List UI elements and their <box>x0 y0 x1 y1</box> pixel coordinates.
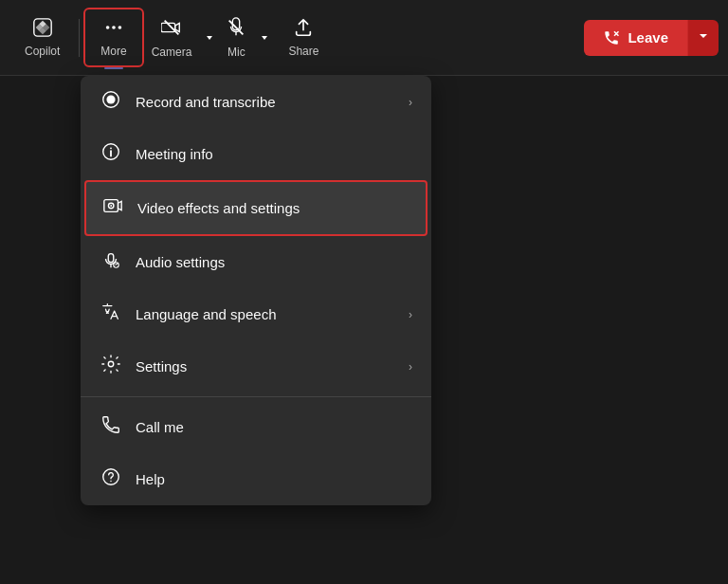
copilot-icon <box>32 17 53 41</box>
menu-item-audio-settings[interactable]: Audio settings <box>81 236 431 288</box>
share-icon <box>293 17 314 41</box>
meeting-info-label: Meeting info <box>136 146 412 162</box>
mic-button[interactable]: Mic <box>218 9 254 66</box>
svg-point-10 <box>106 95 115 103</box>
mic-icon <box>226 17 246 42</box>
leave-phone-icon <box>603 29 620 46</box>
camera-group: Camera <box>144 9 219 66</box>
copilot-label: Copilot <box>25 45 60 58</box>
camera-button[interactable]: Camera <box>144 9 200 66</box>
language-icon <box>100 301 122 327</box>
toolbar-divider-1 <box>79 19 80 57</box>
language-chevron-icon: › <box>409 308 412 321</box>
leave-label: Leave <box>628 29 668 46</box>
copilot-button[interactable]: Copilot <box>9 9 75 65</box>
svg-point-19 <box>108 361 114 367</box>
leave-dropdown-button[interactable] <box>687 20 719 56</box>
menu-item-call-me[interactable]: Call me <box>81 401 431 453</box>
mic-dropdown-button[interactable] <box>256 26 273 50</box>
info-icon <box>100 141 122 167</box>
record-chevron-icon: › <box>409 96 412 109</box>
menu-item-help[interactable]: Help <box>81 453 431 505</box>
settings-icon <box>100 354 122 379</box>
svg-point-13 <box>110 147 112 149</box>
mic-group: Mic <box>218 9 273 66</box>
record-label: Record and transcribe <box>136 94 395 110</box>
camera-dropdown-button[interactable] <box>201 26 218 50</box>
toolbar: Copilot More Camera <box>0 0 728 76</box>
more-label: More <box>100 45 126 58</box>
leave-button[interactable]: Leave <box>584 20 687 56</box>
more-button[interactable]: More <box>83 8 143 67</box>
more-icon <box>103 17 124 41</box>
language-speech-label: Language and speech <box>136 306 395 322</box>
leave-chevron-icon <box>698 30 709 42</box>
settings-label: Settings <box>136 358 395 374</box>
menu-item-language-speech[interactable]: Language and speech › <box>81 288 431 340</box>
audio-settings-label: Audio settings <box>136 254 412 270</box>
svg-point-1 <box>106 26 110 29</box>
mic-label: Mic <box>228 46 246 59</box>
svg-point-16 <box>110 205 112 207</box>
share-button[interactable]: Share <box>273 9 334 65</box>
svg-point-3 <box>118 26 122 29</box>
menu-item-record[interactable]: Record and transcribe › <box>81 76 431 128</box>
audio-settings-icon <box>100 249 122 275</box>
leave-button-group: Leave <box>584 20 719 56</box>
svg-point-2 <box>112 26 116 29</box>
menu-item-video-effects[interactable]: Video effects and settings <box>84 180 428 236</box>
video-effects-label: Video effects and settings <box>137 200 410 216</box>
help-label: Help <box>136 471 412 487</box>
camera-label: Camera <box>152 46 192 59</box>
menu-item-settings[interactable]: Settings › <box>81 340 431 392</box>
video-effects-icon <box>101 195 124 221</box>
call-me-label: Call me <box>136 419 412 435</box>
share-label: Share <box>288 45 318 58</box>
svg-point-21 <box>110 481 111 482</box>
help-icon <box>100 466 122 492</box>
menu-divider <box>81 396 431 397</box>
settings-chevron-icon: › <box>409 360 412 374</box>
record-icon <box>100 89 122 115</box>
menu-item-meeting-info[interactable]: Meeting info <box>81 128 431 180</box>
phone-icon <box>100 414 122 440</box>
more-dropdown-menu: Record and transcribe › Meeting info Vid… <box>81 76 431 505</box>
camera-icon <box>161 17 182 42</box>
